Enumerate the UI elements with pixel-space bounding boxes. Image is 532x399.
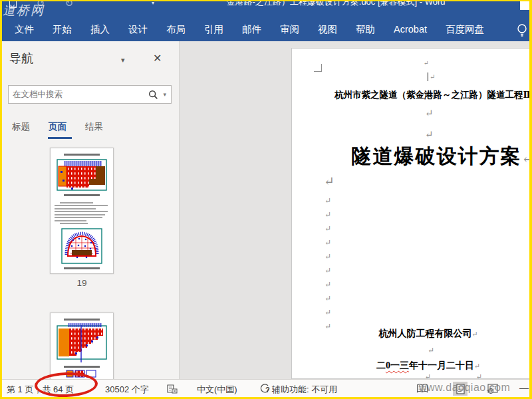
paragraph-mark: ↵: [325, 278, 331, 292]
ribbon-tab-strip: 文件 开始 插入 设计 布局 引用 邮件 审阅 视图 帮助 Acrobat 百度…: [0, 17, 532, 41]
document-date-line: 二0一三年十一月二十日↵: [358, 360, 498, 372]
paragraph-mark: ↵: [324, 175, 334, 188]
thumbnail-page-number: 19: [50, 278, 114, 288]
page-thumbnail-20[interactable]: [50, 313, 114, 379]
spellcheck-squiggle: 0一三: [386, 360, 409, 370]
paragraph-mark: ↵: [425, 373, 431, 379]
nav-options-caret-icon[interactable]: ▾: [121, 56, 125, 65]
document-canvas-area: ↵ ↵ 杭州市紫之隧道（紫金港路～之江路）隧道工程Ⅱ标↵ ↵ ↵ 隧道爆破设计方…: [180, 41, 532, 379]
paragraph-mark: ↵: [430, 74, 435, 80]
corner-notch: [520, 1, 529, 10]
document-page[interactable]: ↵ ↵ 杭州市紫之隧道（紫金港路～之江路）隧道工程Ⅱ标↵ ↵ ↵ 隧道爆破设计方…: [291, 48, 532, 379]
paragraph-mark: ↵: [325, 222, 331, 236]
ribbon-tab-file[interactable]: 文件: [5, 18, 43, 41]
ribbon-tab-mailings[interactable]: 邮件: [233, 18, 271, 41]
navigation-pane: 导航 ▾ ✕ ▾ 标题 页面 结果: [0, 41, 180, 379]
paragraph-mark: ↵: [476, 373, 482, 379]
status-bar: 第 1 页，共 64 页 30502 个字 中文(中国) ? 辅助功能: 不可用: [0, 379, 532, 397]
ribbon-tab-acrobat[interactable]: Acrobat: [384, 19, 436, 40]
frame-border: [0, 0, 2, 399]
paragraph-mark: ↵: [325, 250, 331, 264]
ribbon-tab-review[interactable]: 审阅: [271, 18, 309, 41]
paragraph-mark: ↵: [474, 362, 480, 370]
thumbnail-caption-bar: [64, 267, 100, 269]
document-subtitle-line: 杭州市紫之隧道（紫金港路～之江路）隧道工程Ⅱ标↵: [334, 89, 532, 101]
daoqiao-watermark-top: 道桥网: [3, 2, 45, 19]
paragraph-mark: ↵: [325, 208, 331, 222]
paragraph-mark: ↵: [325, 292, 331, 306]
ribbon-tab-insert[interactable]: 插入: [81, 18, 119, 41]
ribbon-tab-home[interactable]: 开始: [43, 18, 81, 41]
thumbnail-text-lines: [55, 200, 109, 226]
document-company-line: 杭州人防工程有限公司↵: [358, 328, 498, 340]
frame-border: [0, 0, 532, 1]
blasting-layout-diagram: [57, 158, 107, 192]
search-input[interactable]: [9, 90, 144, 99]
partial-diagram: [65, 370, 98, 379]
document-main-title: 隧道爆破设计方案↵: [343, 143, 532, 170]
frame-border: [529, 0, 532, 399]
nav-close-icon[interactable]: ✕: [153, 52, 162, 65]
ribbon-tab-view[interactable]: 视图: [309, 18, 346, 41]
empty-paragraph-marks: ↵ ↵ ↵ ↵ ↵ ↵ ↵ ↵ ↵ ↵: [325, 194, 331, 334]
paragraph-mark: ↵: [325, 320, 331, 334]
stepped-blasting-diagram: [57, 323, 107, 364]
accessibility-status[interactable]: 辅助功能: 不可用: [272, 384, 337, 396]
paragraph-mark: ↵: [428, 346, 434, 354]
redo-icon[interactable]: ↻: [65, 0, 74, 9]
thumbnail-caption-bar: [64, 154, 100, 156]
text-cursor: [428, 72, 428, 81]
page-thumbnail-19[interactable]: [50, 148, 114, 274]
word-window: ↺ ↻ ▾ 金港路-之江路）工程爆破设计方案.doc [兼容模式] - Word…: [0, 0, 532, 399]
zoom-out-button[interactable]: —: [519, 382, 529, 393]
thumbnail-caption-bar: [64, 366, 100, 368]
ribbon-tab-baidu-netdisk[interactable]: 百度网盘: [436, 18, 493, 41]
margin-crop-mark: [314, 64, 322, 72]
paragraph-mark: ↵: [425, 130, 434, 140]
paragraph-mark: ↵: [325, 264, 331, 278]
navigation-pane-title: 导航: [9, 51, 33, 66]
accessibility-icon[interactable]: ?: [259, 384, 271, 394]
ribbon-tab-references[interactable]: 引用: [195, 18, 233, 41]
ribbon-tab-help[interactable]: 帮助: [346, 18, 384, 41]
daoqiao-watermark-bottom: www.daoqiao.com: [419, 382, 510, 394]
svg-text:?: ?: [265, 386, 270, 394]
document-search-box[interactable]: ▾: [8, 85, 172, 104]
title-bar: ↺ ↻ ▾ 金港路-之江路）工程爆破设计方案.doc [兼容模式] - Word: [0, 0, 532, 17]
paragraph-mark: ↵: [325, 236, 331, 250]
tunnel-cross-section-diagram: [61, 228, 102, 265]
thumbnail-caption-bar: [64, 319, 100, 321]
nav-tabs: 标题 页面 结果: [12, 121, 103, 139]
nav-tab-results[interactable]: 结果: [85, 121, 103, 139]
paragraph-mark: ↵: [471, 330, 477, 338]
page-number-status[interactable]: 第 1 页，共 64 页: [7, 384, 74, 396]
search-dropdown-icon[interactable]: ▾: [163, 91, 166, 98]
ribbon-tab-layout[interactable]: 布局: [157, 18, 195, 41]
language-status[interactable]: 中文(中国): [197, 384, 237, 396]
paragraph-mark: ↵: [424, 61, 429, 66]
ribbon-tab-design[interactable]: 设计: [119, 18, 157, 41]
nav-tab-pages[interactable]: 页面: [49, 121, 66, 139]
lightbulb-icon[interactable]: [516, 23, 528, 39]
paragraph-mark: ↵: [425, 108, 434, 118]
paragraph-mark: ↵: [325, 194, 331, 208]
search-icon[interactable]: [148, 90, 158, 100]
paragraph-mark: ↵: [325, 306, 331, 320]
proofing-error-icon[interactable]: [166, 384, 178, 394]
word-count-status[interactable]: 30502 个字: [105, 384, 149, 396]
nav-tab-headings[interactable]: 标题: [12, 121, 30, 139]
thumbnail-caption-bar: [64, 194, 100, 196]
